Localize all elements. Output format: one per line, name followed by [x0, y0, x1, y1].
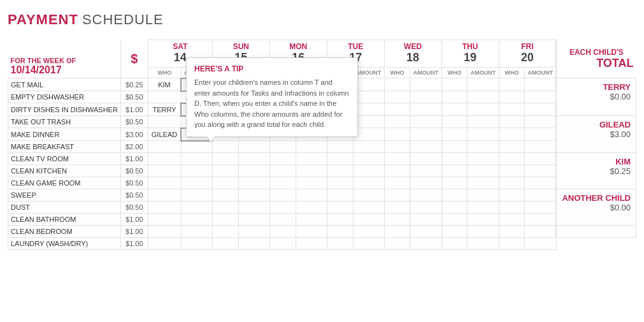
- wed-amount-val[interactable]: [410, 153, 441, 165]
- wed-amount-val[interactable]: [410, 201, 441, 214]
- sat-who[interactable]: [148, 214, 181, 226]
- tue-who[interactable]: [327, 165, 353, 177]
- wed-who[interactable]: [384, 238, 410, 250]
- sat-amount-val[interactable]: [181, 201, 212, 214]
- wed-who[interactable]: [384, 116, 410, 128]
- mon-who[interactable]: [269, 238, 296, 250]
- fri-amount-val[interactable]: [525, 103, 556, 116]
- sun-amount-val[interactable]: [238, 226, 269, 238]
- wed-who[interactable]: [384, 177, 410, 189]
- thu-who[interactable]: [441, 78, 468, 91]
- sun-who[interactable]: [212, 153, 238, 165]
- sun-who[interactable]: [212, 238, 238, 250]
- thu-who[interactable]: [441, 189, 468, 201]
- mon-amount-val[interactable]: [296, 165, 327, 177]
- thu-who[interactable]: [441, 214, 468, 226]
- sat-who[interactable]: [148, 226, 181, 238]
- wed-amount-val[interactable]: [410, 226, 441, 238]
- thu-who[interactable]: [441, 201, 468, 214]
- tue-amount-val[interactable]: [353, 226, 384, 238]
- wed-who[interactable]: [384, 201, 410, 214]
- wed-amount-val[interactable]: [410, 78, 441, 91]
- wed-amount-val[interactable]: [410, 214, 441, 226]
- thu-amount-val[interactable]: [468, 153, 499, 165]
- tue-who[interactable]: [327, 214, 353, 226]
- thu-amount-val[interactable]: [468, 128, 499, 141]
- sun-who[interactable]: [212, 189, 238, 201]
- tue-amount-val[interactable]: [353, 201, 384, 214]
- thu-amount-val[interactable]: [468, 165, 499, 177]
- fri-who[interactable]: [499, 116, 525, 128]
- fri-who[interactable]: [499, 91, 525, 103]
- tue-who[interactable]: [327, 226, 353, 238]
- mon-who[interactable]: [269, 201, 296, 214]
- thu-who[interactable]: [441, 141, 468, 153]
- thu-amount-val[interactable]: [468, 238, 499, 250]
- fri-who[interactable]: [499, 201, 525, 214]
- mon-amount-val[interactable]: [296, 141, 327, 153]
- thu-who[interactable]: [441, 165, 468, 177]
- sat-who[interactable]: [148, 116, 181, 128]
- tue-who[interactable]: [327, 177, 353, 189]
- fri-who[interactable]: [499, 214, 525, 226]
- fri-who[interactable]: [499, 177, 525, 189]
- sun-amount-val[interactable]: [238, 214, 269, 226]
- sat-amount-val[interactable]: [181, 226, 212, 238]
- tue-who[interactable]: [327, 238, 353, 250]
- fri-amount-val[interactable]: [525, 141, 556, 153]
- tue-amount-val[interactable]: [353, 189, 384, 201]
- wed-amount-val[interactable]: [410, 165, 441, 177]
- thu-amount-val[interactable]: [468, 226, 499, 238]
- thu-amount-val[interactable]: [468, 103, 499, 116]
- sat-who[interactable]: TERRY: [148, 103, 181, 116]
- fri-amount-val[interactable]: [525, 177, 556, 189]
- fri-amount-val[interactable]: [525, 214, 556, 226]
- thu-who[interactable]: [441, 153, 468, 165]
- sat-who[interactable]: [148, 189, 181, 201]
- tue-who[interactable]: [327, 201, 353, 214]
- sat-amount-val[interactable]: [181, 214, 212, 226]
- thu-amount-val[interactable]: [468, 201, 499, 214]
- fri-who[interactable]: [499, 165, 525, 177]
- wed-amount-val[interactable]: [410, 103, 441, 116]
- sat-amount-val[interactable]: [181, 177, 212, 189]
- wed-amount-val[interactable]: [410, 189, 441, 201]
- mon-who[interactable]: [269, 165, 296, 177]
- fri-amount-val[interactable]: [525, 78, 556, 91]
- fri-amount-val[interactable]: [525, 226, 556, 238]
- wed-amount-val[interactable]: [410, 116, 441, 128]
- fri-who[interactable]: [499, 238, 525, 250]
- fri-who[interactable]: [499, 226, 525, 238]
- thu-amount-val[interactable]: [468, 91, 499, 103]
- tue-amount-val[interactable]: [353, 153, 384, 165]
- wed-who[interactable]: [384, 214, 410, 226]
- fri-amount-val[interactable]: [525, 189, 556, 201]
- sat-who[interactable]: [148, 177, 181, 189]
- thu-who[interactable]: [441, 238, 468, 250]
- sat-amount-val[interactable]: [181, 153, 212, 165]
- sun-amount-val[interactable]: [238, 177, 269, 189]
- sat-who[interactable]: [148, 91, 181, 103]
- wed-amount-val[interactable]: [410, 177, 441, 189]
- sun-who[interactable]: [212, 226, 238, 238]
- sun-who[interactable]: [212, 201, 238, 214]
- thu-amount-val[interactable]: [468, 177, 499, 189]
- thu-amount-val[interactable]: [468, 141, 499, 153]
- thu-who[interactable]: [441, 128, 468, 141]
- thu-amount-val[interactable]: [468, 214, 499, 226]
- sat-who[interactable]: KIM: [148, 78, 181, 91]
- sun-amount-val[interactable]: [238, 165, 269, 177]
- thu-who[interactable]: [441, 226, 468, 238]
- mon-amount-val[interactable]: [296, 238, 327, 250]
- fri-who[interactable]: [499, 189, 525, 201]
- mon-who[interactable]: [269, 177, 296, 189]
- sun-amount-val[interactable]: [238, 201, 269, 214]
- sun-who[interactable]: [212, 214, 238, 226]
- sat-who[interactable]: [148, 153, 181, 165]
- tue-who[interactable]: [327, 153, 353, 165]
- wed-amount-val[interactable]: [410, 128, 441, 141]
- thu-amount-val[interactable]: [468, 78, 499, 91]
- sun-who[interactable]: [212, 165, 238, 177]
- sat-amount-val[interactable]: [181, 189, 212, 201]
- thu-who[interactable]: [441, 91, 468, 103]
